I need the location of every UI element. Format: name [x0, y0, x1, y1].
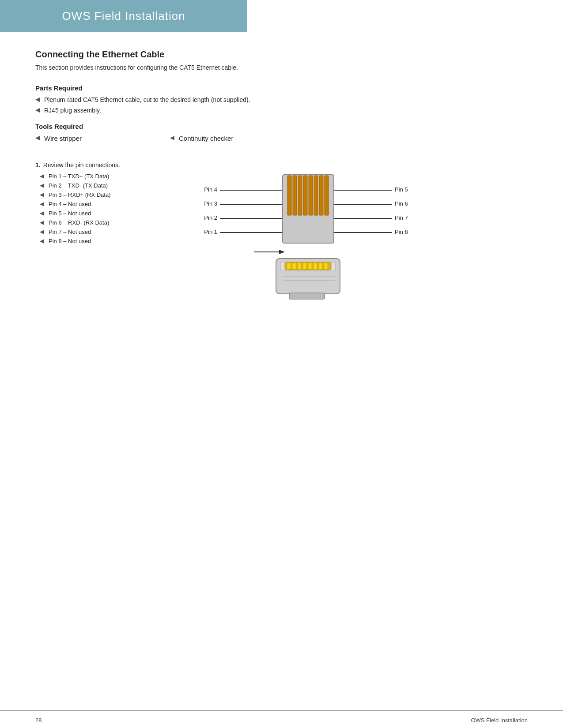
- tools-col-2: Continuity checker: [170, 135, 233, 148]
- bullet-icon: [40, 230, 44, 234]
- page-footer: 28 OWS Field Installation: [0, 710, 563, 728]
- svg-text:Pin 1: Pin 1: [204, 229, 217, 235]
- pin-text: Pin 1 – TXD+ (TX Data): [49, 173, 109, 180]
- svg-rect-35: [298, 263, 301, 269]
- svg-rect-34: [292, 263, 296, 269]
- bullet-icon: [40, 202, 44, 206]
- pin-list: Pin 1 – TXD+ (TX Data) Pin 2 – TXD- (TX …: [40, 173, 168, 244]
- list-item: Plenum-rated CAT5 Ethernet cable, cut to…: [35, 96, 528, 103]
- list-item: Pin 8 – Not used: [40, 238, 168, 244]
- pin-text: Pin 2 – TXD- (TX Data): [49, 182, 108, 189]
- svg-rect-33: [287, 263, 291, 269]
- svg-rect-23: [319, 176, 323, 215]
- svg-text:Pin 3: Pin 3: [204, 200, 217, 207]
- list-item: Pin 5 – Not used: [40, 210, 168, 217]
- bullet-icon: [35, 98, 40, 102]
- svg-rect-18: [293, 176, 297, 215]
- header-title: OWS Field Installation: [0, 9, 247, 23]
- instruction-area: 1. Review the pin connections. Pin 1 – T…: [35, 161, 528, 303]
- svg-text:Pin 8: Pin 8: [395, 229, 408, 235]
- list-item: Pin 6 – RXD- (RX Data): [40, 219, 168, 226]
- bullet-icon: [170, 136, 174, 140]
- list-item: Pin 4 – Not used: [40, 201, 168, 207]
- svg-rect-36: [303, 263, 306, 269]
- tools-row: Wire stripper Continuity checker: [35, 135, 528, 148]
- diagram-area: Pin 4 Pin 3 Pin 2 Pin 1 Pin 5: [194, 157, 528, 303]
- section-subtitle: This section provides instructions for c…: [35, 64, 528, 71]
- connector-diagram-svg: Pin 4 Pin 3 Pin 2 Pin 1 Pin 5: [194, 161, 415, 325]
- pin-text: Pin 8 – Not used: [49, 238, 91, 244]
- bullet-icon: [40, 221, 44, 225]
- pin-text: Pin 6 – RXD- (RX Data): [49, 219, 109, 226]
- list-item: Pin 3 – RXD+ (RX Data): [40, 191, 168, 198]
- list-item: Pin 2 – TXD- (TX Data): [40, 182, 168, 189]
- bullet-icon: [35, 108, 40, 113]
- svg-text:Pin 5: Pin 5: [395, 186, 408, 193]
- footer-text: OWS Field Installation: [471, 717, 528, 724]
- footer-page-number: 28: [35, 717, 42, 724]
- svg-text:Pin 4: Pin 4: [204, 186, 217, 193]
- svg-rect-37: [308, 263, 312, 269]
- bullet-icon: [35, 136, 40, 140]
- svg-text:Pin 6: Pin 6: [395, 200, 408, 207]
- page-header: OWS Field Installation: [0, 0, 563, 32]
- tool-text: Wire stripper: [44, 135, 82, 142]
- svg-rect-38: [314, 263, 317, 269]
- main-content: Connecting the Ethernet Cable This secti…: [0, 32, 563, 338]
- svg-marker-26: [279, 250, 285, 254]
- svg-text:Pin 2: Pin 2: [204, 214, 217, 221]
- part-text: Plenum-rated CAT5 Ethernet cable, cut to…: [44, 96, 250, 103]
- tool-text: Continuity checker: [179, 135, 233, 142]
- bullet-icon: [40, 184, 44, 188]
- list-item: Wire stripper: [35, 135, 82, 142]
- parts-list: Plenum-rated CAT5 Ethernet cable, cut to…: [35, 96, 528, 114]
- step-number: 1.: [35, 161, 41, 169]
- svg-rect-19: [298, 176, 302, 215]
- bullet-icon: [40, 193, 44, 197]
- bullet-icon: [40, 239, 44, 244]
- svg-rect-24: [325, 176, 329, 215]
- svg-rect-28: [289, 293, 325, 299]
- bullet-icon: [40, 211, 44, 216]
- pin-diagram: Pin 4 Pin 3 Pin 2 Pin 1 Pin 5: [194, 161, 415, 303]
- pin-text: Pin 7 – Not used: [49, 229, 91, 235]
- pin-text: Pin 5 – Not used: [49, 210, 91, 217]
- tools-required-title: Tools Required: [35, 123, 528, 130]
- step-text: Review the pin connections.: [43, 161, 120, 169]
- svg-rect-39: [319, 263, 322, 269]
- pin-text: Pin 4 – Not used: [49, 201, 91, 207]
- header-lines: [247, 0, 563, 32]
- list-item: RJ45 plug assembly.: [35, 107, 528, 114]
- svg-rect-17: [287, 176, 291, 215]
- list-item: Pin 1 – TXD+ (TX Data): [40, 173, 168, 180]
- parts-required-title: Parts Required: [35, 84, 528, 92]
- svg-rect-21: [309, 176, 313, 215]
- part-text: RJ45 plug assembly.: [44, 107, 101, 114]
- svg-text:Pin 7: Pin 7: [395, 214, 408, 221]
- tools-list-2: Continuity checker: [170, 135, 233, 142]
- pin-text: Pin 3 – RXD+ (RX Data): [49, 191, 111, 198]
- svg-rect-22: [314, 176, 318, 215]
- instruction-left: 1. Review the pin connections. Pin 1 – T…: [35, 161, 168, 303]
- list-item: Continuity checker: [170, 135, 233, 142]
- tools-col-1: Wire stripper: [35, 135, 82, 148]
- bullet-icon: [40, 174, 44, 179]
- svg-rect-40: [324, 263, 328, 269]
- list-item: Pin 7 – Not used: [40, 229, 168, 235]
- section-title: Connecting the Ethernet Cable: [35, 49, 528, 60]
- tools-list-1: Wire stripper: [35, 135, 82, 142]
- svg-rect-20: [303, 176, 307, 215]
